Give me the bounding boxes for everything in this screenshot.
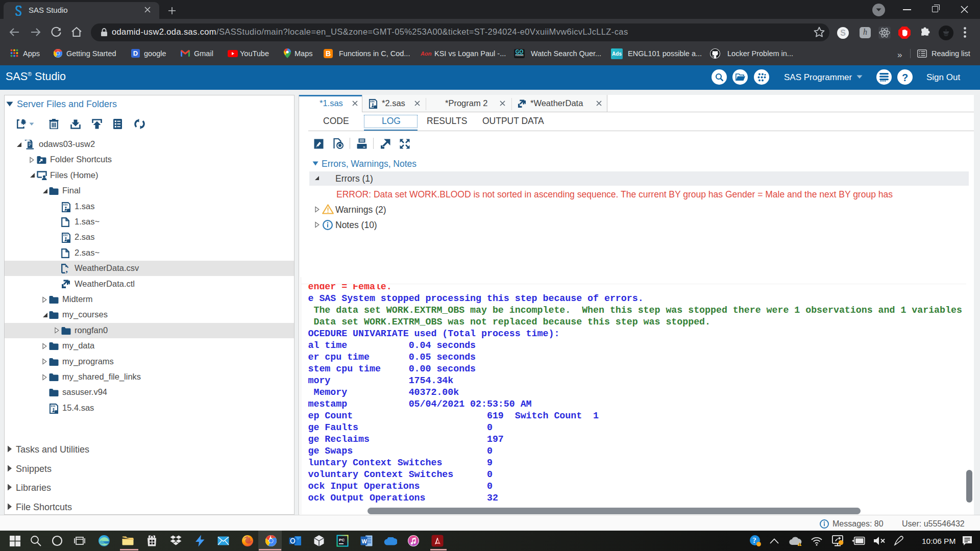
svg-text:PC: PC (339, 538, 345, 542)
svg-text:W: W (362, 538, 368, 544)
svg-text:?: ? (752, 536, 756, 544)
svg-text:,: , (66, 265, 68, 274)
